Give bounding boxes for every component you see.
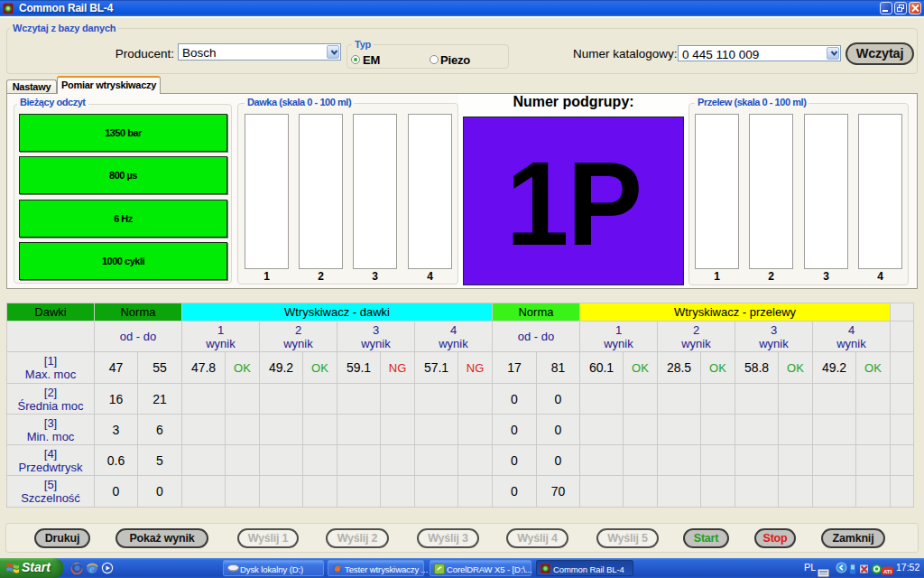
svg-text:e: e xyxy=(89,562,95,574)
svg-text:ATI: ATI xyxy=(883,569,892,574)
